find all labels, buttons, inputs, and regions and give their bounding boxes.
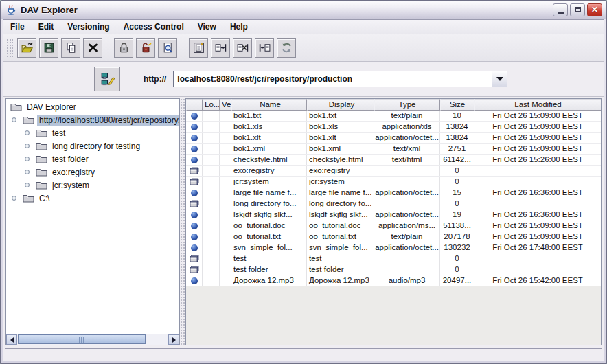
tree-node[interactable]: jcr:system xyxy=(6,179,179,192)
table-row[interactable]: jcr:system jcr:system 0 xyxy=(186,177,601,187)
main-split: DAV Explorer http://localhost:8080/rest/… xyxy=(3,97,604,347)
lock-cell xyxy=(203,111,220,121)
table-row[interactable]: checkstyle.html checkstyle.html text/htm… xyxy=(186,155,601,166)
table-row[interactable]: oo_tutorial.txt oo_tutorial.txt text/pla… xyxy=(186,231,601,242)
java-cup-icon xyxy=(5,3,17,16)
url-combobox xyxy=(173,71,507,87)
table-row[interactable]: bok1.txt bok1.txt text/plain 10 Fri Oct … xyxy=(186,111,601,122)
menu-item[interactable]: Edit xyxy=(34,21,58,33)
column-header[interactable]: Lo... xyxy=(203,99,220,111)
scroll-left-button[interactable] xyxy=(6,334,17,345)
type-cell: application/ms... xyxy=(374,220,440,231)
table-row[interactable]: large file name f... large file name f..… xyxy=(186,187,601,198)
size-cell: 19 xyxy=(440,209,474,220)
column-header[interactable]: Name xyxy=(231,99,307,111)
table-row[interactable]: Дорожка 12.mp3 Дорожка 12.mp3 audio/mp3 … xyxy=(186,275,601,286)
type-cell: text/plain xyxy=(374,231,440,242)
display-name-cell: long directory fo... xyxy=(307,198,374,209)
menu-item[interactable]: File xyxy=(6,21,29,33)
menu-item[interactable]: Versioning xyxy=(63,21,113,33)
tree-node[interactable]: DAV Explorer xyxy=(6,100,179,113)
resource-icon-cell xyxy=(186,187,203,198)
uncheckout-button[interactable] xyxy=(233,38,252,58)
url-input[interactable] xyxy=(174,71,492,87)
tree-expand-handle-icon[interactable] xyxy=(25,157,30,161)
menu-item[interactable]: Access Control xyxy=(119,21,188,33)
copy-button[interactable] xyxy=(61,38,80,58)
versioned-cell xyxy=(220,155,231,165)
refresh-button[interactable] xyxy=(277,38,296,58)
close-button[interactable]: ✕ xyxy=(587,3,602,16)
toolbar-drag-handle[interactable] xyxy=(6,38,13,58)
table-row[interactable]: test test 0 xyxy=(186,253,601,264)
lock-button[interactable] xyxy=(114,38,133,58)
column-header[interactable]: Last Modified xyxy=(474,99,601,111)
scroll-right-button[interactable] xyxy=(168,334,179,345)
table-row[interactable]: bok1.xlt bok1.xlt application/octet... 1… xyxy=(186,133,601,144)
versioned-cell xyxy=(220,144,231,154)
lock-cell xyxy=(203,144,220,154)
maximize-button[interactable] xyxy=(570,3,585,16)
table-row[interactable]: exo:registry exo:registry 0 xyxy=(186,166,601,177)
tree-node[interactable]: http://localhost:8080/rest/jcr/repositor… xyxy=(6,113,179,126)
put-under-version-control-button[interactable] xyxy=(189,38,208,58)
menu-item[interactable]: Help xyxy=(226,21,252,33)
table-row[interactable]: test folder test folder 0 xyxy=(186,264,601,275)
last-modified-cell: Fri Oct 26 15:09:00 EEST xyxy=(474,220,601,231)
tree-expand-handle-icon[interactable] xyxy=(25,183,30,187)
folder-icon xyxy=(36,155,47,163)
resource-icon-cell xyxy=(186,177,203,187)
tree-node[interactable]: exo:registry xyxy=(6,166,179,179)
table-row[interactable]: svn_simple_fol... svn_simple_fol... appl… xyxy=(186,242,601,253)
save-button[interactable] xyxy=(39,38,58,58)
versioned-cell xyxy=(220,242,231,253)
tree-expand-handle-icon[interactable] xyxy=(12,196,16,201)
menu-item[interactable]: View xyxy=(194,21,220,33)
minimize-button[interactable] xyxy=(553,3,568,16)
tree-expand-handle-icon[interactable] xyxy=(25,144,30,148)
tree-node[interactable]: C:\ xyxy=(6,192,179,205)
split-divider[interactable] xyxy=(180,98,185,345)
check-in-button[interactable] xyxy=(211,38,230,58)
last-modified-cell xyxy=(474,264,601,275)
display-name-cell: bok1.xlt xyxy=(307,133,374,143)
tree-expand-handle-icon[interactable] xyxy=(25,170,30,174)
scrollbar-track[interactable] xyxy=(17,334,168,345)
tree-expand-handle-icon[interactable] xyxy=(25,130,30,135)
name-cell: bok1.xml xyxy=(231,144,307,154)
file-icon xyxy=(191,190,198,196)
open-button[interactable] xyxy=(17,38,36,58)
lock-cell xyxy=(203,177,220,187)
connect-server-button[interactable] xyxy=(94,67,120,91)
table-row[interactable]: lskjdf skjflg slkf... lskjdf skjflg slkf… xyxy=(186,209,601,220)
unlock-button[interactable] xyxy=(136,38,155,58)
table-row[interactable]: oo_tutorial.doc oo_tutorial.doc applicat… xyxy=(186,220,601,231)
column-header[interactable]: Display xyxy=(307,99,374,111)
file-table-panel: Lo... Ve... Name Display Type Size Last … xyxy=(185,98,602,345)
tree-node[interactable]: test xyxy=(6,126,179,139)
column-header[interactable]: Type xyxy=(374,99,440,111)
url-dropdown-button[interactable] xyxy=(492,71,507,87)
column-header[interactable] xyxy=(186,99,203,111)
display-name-cell: test folder xyxy=(307,264,374,275)
titlebar[interactable]: DAV Explorer ✕ xyxy=(1,1,606,19)
tree-node[interactable]: test folder xyxy=(6,152,179,166)
tree-expand-handle-icon[interactable] xyxy=(12,117,16,122)
tree-node[interactable]: long directory for testing xyxy=(6,139,179,152)
versioned-cell xyxy=(220,187,231,198)
scrollbar-thumb[interactable] xyxy=(18,334,146,344)
table-row[interactable]: bok1.xls bok1.xls application/xls 13824 … xyxy=(186,122,601,133)
size-cell: 0 xyxy=(440,198,474,209)
table-row[interactable]: bok1.xml bok1.xml text/xml 2751 Fri Oct … xyxy=(186,144,601,155)
lock-cell xyxy=(203,242,220,253)
lock-cell xyxy=(203,220,220,231)
view-button[interactable] xyxy=(158,38,177,58)
column-header[interactable]: Size xyxy=(440,99,474,111)
delete-button[interactable] xyxy=(83,38,102,58)
last-modified-cell: Fri Oct 26 15:09:00 EEST xyxy=(474,122,601,132)
size-cell: 0 xyxy=(440,264,474,275)
table-row[interactable]: long directory fo... long directory fo..… xyxy=(186,198,601,209)
check-out-button[interactable] xyxy=(255,38,274,58)
column-header[interactable]: Ve... xyxy=(220,99,231,111)
folder-icon xyxy=(36,168,47,177)
